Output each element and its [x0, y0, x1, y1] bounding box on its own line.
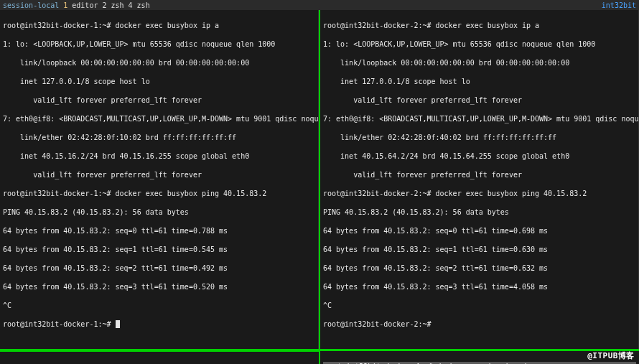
- ping-reply: 64 bytes from 40.15.83.2: seq=1 ttl=61 t…: [3, 245, 315, 254]
- iface-lo: 1: lo: <LOOPBACK,UP,LOWER_UP> mtu 65536 …: [323, 39, 635, 49]
- pane-docker-3[interactable]: root@int32bit-docker-3:~# docker exec bu…: [0, 351, 319, 364]
- ctrl-c: ^C: [323, 301, 635, 310]
- prompt-idle[interactable]: root@int32bit-docker-2:~#: [323, 319, 635, 329]
- pane-row-bottom: root@int32bit-docker-3:~# docker exec bu…: [0, 351, 639, 364]
- watermark-text: @ITPUB博客: [587, 351, 635, 361]
- ping-reply: 64 bytes from 40.15.83.2: seq=3 ttl=61 t…: [323, 282, 635, 291]
- cursor-icon: [116, 320, 120, 328]
- ping-reply: 64 bytes from 40.15.83.2: seq=3 ttl=61 t…: [3, 282, 315, 291]
- ctrl-c: ^C: [3, 301, 315, 310]
- iface-lo-valid: valid_lft forever preferred_lft forever: [3, 95, 315, 105]
- iface-eth0-inet: inet 40.15.64.2/24 brd 40.15.64.255 scop…: [323, 151, 635, 161]
- ping-header: PING 40.15.83.2 (40.15.83.2): 56 data by…: [3, 207, 315, 217]
- iface-lo-inet: inet 127.0.0.1/8 scope host lo: [3, 77, 315, 86]
- ping-reply: 64 bytes from 40.15.83.2: seq=0 ttl=61 t…: [3, 226, 315, 235]
- iface-lo-link: link/loopback 00:00:00:00:00:00 brd 00:0…: [323, 58, 635, 67]
- iface-eth0-link: link/ether 02:42:28:0f:10:02 brd ff:ff:f…: [3, 133, 315, 142]
- tab-1[interactable]: 2 zsh: [102, 1, 123, 10]
- ping-reply: 64 bytes from 40.15.83.2: seq=0 ttl=61 t…: [323, 226, 635, 235]
- tab-2[interactable]: 4 zsh: [129, 1, 150, 10]
- cmd-ping: root@int32bit-docker-2:~# docker exec bu…: [323, 189, 635, 198]
- window-index: 1: [63, 1, 67, 10]
- prompt-idle[interactable]: root@int32bit-docker-1:~#: [3, 319, 315, 329]
- cmd-ip-a: root@int32bit-docker-2:~# docker exec bu…: [323, 21, 635, 30]
- iface-lo-link: link/loopback 00:00:00:00:00:00 brd 00:0…: [3, 58, 315, 67]
- iface-eth0: 7: eth0@if8: <BROADCAST,MULTICAST,UP,LOW…: [323, 114, 635, 123]
- iface-eth0-link: link/ether 02:42:28:0f:40:02 brd ff:ff:f…: [323, 133, 635, 142]
- ping-header: PING 40.15.83.2 (40.15.83.2): 56 data by…: [323, 207, 635, 217]
- ping-reply: 64 bytes from 40.15.83.2: seq=2 ttl=61 t…: [3, 263, 315, 273]
- window-mode: editor: [72, 1, 98, 10]
- session-name: session-local: [3, 1, 59, 10]
- tmux-screen: session-local 1 editor 2 zsh 4 zsh int32…: [0, 0, 639, 364]
- cmd-ip-a: root@int32bit-docker-1:~# docker exec bu…: [3, 21, 315, 30]
- iface-lo-valid: valid_lft forever preferred_lft forever: [323, 95, 635, 105]
- ping-reply: 64 bytes from 40.15.83.2: seq=2 ttl=61 t…: [323, 263, 635, 273]
- pane-docker-2[interactable]: root@int32bit-docker-2:~# docker exec bu…: [319, 10, 639, 349]
- iface-eth0-valid: valid_lft forever preferred_lft forever: [3, 170, 315, 179]
- iface-eth0: 7: eth0@if8: <BROADCAST,MULTICAST,UP,LOW…: [3, 114, 315, 123]
- pane-row-top: root@int32bit-docker-1:~# docker exec bu…: [0, 10, 639, 351]
- status-right-user: int32bit: [602, 1, 636, 10]
- pane-grid: root@int32bit-docker-1:~# docker exec bu…: [0, 10, 639, 364]
- cmd-ping: root@int32bit-docker-1:~# docker exec bu…: [3, 189, 315, 198]
- iface-lo-inet: inet 127.0.0.1/8 scope host lo: [323, 77, 635, 86]
- status-left: session-local 1 editor 2 zsh 4 zsh: [3, 1, 150, 10]
- iface-eth0-inet: inet 40.15.16.2/24 brd 40.15.16.255 scop…: [3, 151, 315, 161]
- tmux-status-bar[interactable]: session-local 1 editor 2 zsh 4 zsh int32…: [0, 0, 639, 10]
- ping-reply: 64 bytes from 40.15.83.2: seq=1 ttl=61 t…: [323, 245, 635, 254]
- pane-docker-1[interactable]: root@int32bit-docker-1:~# docker exec bu…: [0, 10, 319, 349]
- iface-eth0-valid: valid_lft forever preferred_lft forever: [323, 170, 635, 179]
- prompt-text: root@int32bit-docker-1:~#: [3, 320, 116, 328]
- iface-lo: 1: lo: <LOOPBACK,UP,LOWER_UP> mtu 65536 …: [3, 39, 315, 49]
